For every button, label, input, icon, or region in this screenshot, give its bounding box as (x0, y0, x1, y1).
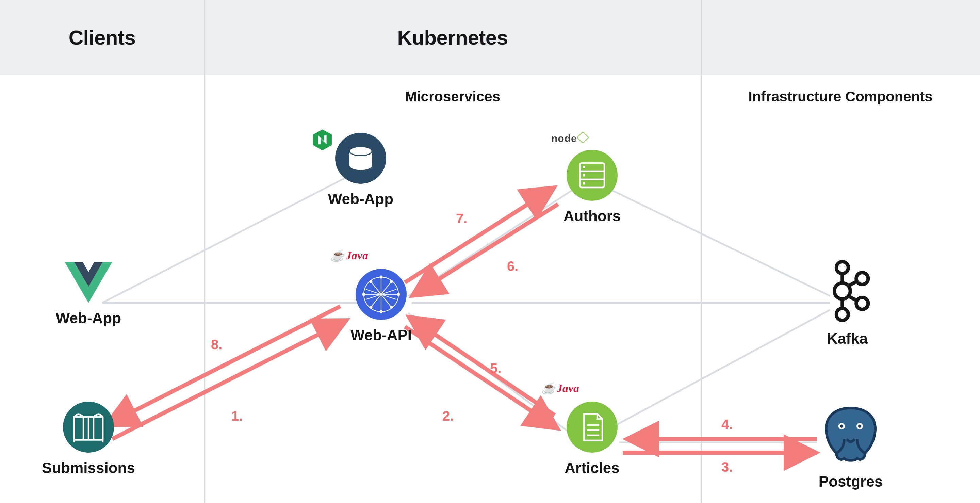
node-articles-label: Articles (548, 460, 636, 476)
step-5: 5. (490, 361, 501, 376)
node-kafka: Kafka (803, 259, 891, 347)
diagram-stage: Clients Kubernetes Microservices Infrast… (0, 0, 980, 503)
nginx-badge (313, 129, 332, 152)
column-header-clients-label: Clients (69, 26, 136, 49)
svg-point-37 (380, 310, 383, 314)
webapp-icon (335, 133, 386, 184)
svg-point-67 (858, 424, 862, 428)
node-badge-authors-label: node (551, 133, 577, 144)
svg-line-10 (405, 327, 558, 429)
svg-line-2 (408, 191, 572, 296)
svg-point-42 (369, 306, 372, 309)
subheader-infra-label: Infrastructure Components (748, 89, 932, 105)
node-authors: node Authors (548, 150, 636, 224)
articles-icon (566, 401, 617, 453)
vue-icon (65, 262, 112, 303)
postgres-icon (818, 401, 883, 466)
svg-point-59 (856, 298, 868, 309)
subheader-microservices-label: Microservices (405, 89, 500, 105)
svg-line-9 (105, 306, 340, 425)
node-postgres: Postgres (803, 401, 898, 490)
svg-point-43 (390, 306, 393, 309)
column-header-kubernetes: Kubernetes (204, 0, 701, 75)
submissions-icon (63, 401, 114, 453)
node-client-webapp-label: Web-App (41, 310, 136, 327)
authors-icon (566, 150, 617, 201)
svg-point-57 (837, 308, 848, 320)
node-submissions-label: Submissions (37, 460, 140, 476)
svg-line-5 (612, 191, 830, 296)
java-badge-api: ☕Java (330, 248, 368, 262)
node-ms-webapp: Web-App (317, 133, 405, 208)
svg-point-41 (390, 280, 393, 283)
node-web-api: ☕Java Web-API (337, 269, 425, 344)
node-submissions: Submissions (37, 401, 140, 476)
svg-point-44 (566, 150, 617, 201)
node-ms-webapp-label: Web-App (317, 191, 405, 208)
svg-line-14 (412, 204, 558, 296)
step-8: 8. (211, 337, 222, 352)
svg-line-11 (408, 317, 555, 415)
nginx-icon (313, 129, 332, 150)
column-header-kubernetes-label: Kubernetes (397, 26, 508, 49)
column-divider-1 (204, 0, 205, 503)
node-badge-authors: node (551, 133, 587, 144)
svg-line-0 (102, 177, 347, 303)
step-3: 3. (721, 460, 733, 475)
step-4: 4. (721, 417, 733, 432)
svg-line-6 (609, 310, 830, 429)
svg-line-15 (405, 187, 555, 282)
subheader-microservices: Microservices (204, 89, 701, 105)
node-kafka-label: Kafka (803, 330, 891, 347)
web-api-icon (356, 269, 407, 320)
svg-point-48 (582, 166, 585, 169)
node-postgres-label: Postgres (803, 473, 898, 490)
svg-point-58 (856, 272, 868, 285)
svg-point-66 (840, 424, 843, 428)
column-header-clients: Clients (0, 0, 204, 75)
svg-point-49 (582, 174, 585, 177)
java-badge-api-label: Java (346, 249, 368, 262)
column-divider-2 (701, 0, 702, 503)
node-authors-label: Authors (548, 208, 636, 224)
kafka-icon (822, 259, 873, 323)
node-web-api-label: Web-API (337, 327, 425, 344)
svg-line-8 (112, 320, 347, 439)
step-7: 7. (456, 211, 467, 226)
svg-point-39 (397, 293, 400, 296)
svg-point-36 (380, 276, 383, 279)
svg-line-62 (848, 281, 857, 286)
node-client-webapp: Web-App (41, 262, 136, 327)
step-6: 6. (507, 259, 518, 274)
node-articles: ☕Java Articles (548, 401, 636, 476)
java-badge-articles-label: Java (557, 382, 579, 395)
svg-line-63 (848, 296, 857, 301)
svg-point-50 (582, 182, 585, 185)
svg-point-40 (369, 280, 372, 283)
subheader-infra: Infrastructure Components (701, 89, 980, 105)
java-badge-articles: ☕Java (541, 381, 579, 395)
svg-point-51 (566, 401, 617, 453)
step-1: 1. (231, 408, 243, 424)
svg-point-38 (363, 293, 366, 296)
step-2: 2. (442, 408, 453, 424)
svg-point-55 (837, 262, 848, 274)
svg-point-56 (834, 283, 850, 299)
